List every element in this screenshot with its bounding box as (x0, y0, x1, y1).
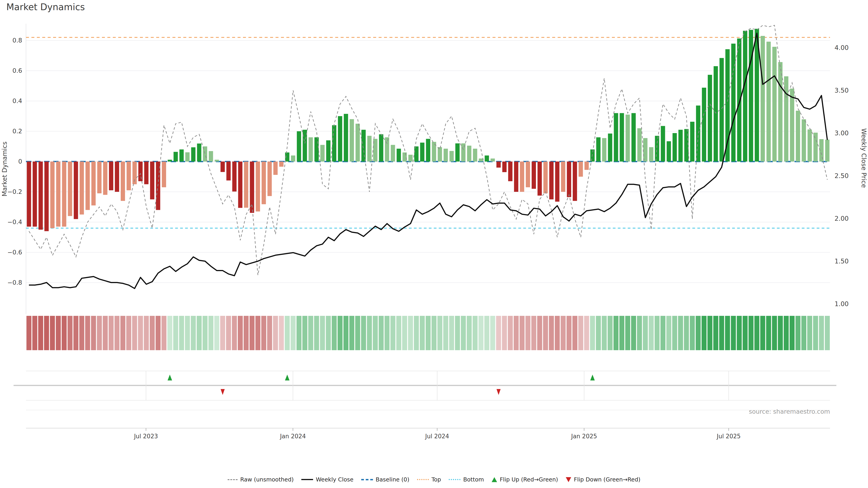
dynamics-bar (479, 159, 483, 162)
heatmap-cell (361, 316, 366, 350)
dynamics-bar (180, 149, 184, 162)
dynamics-bar (614, 113, 618, 162)
dynamics-bar (309, 137, 313, 162)
dynamics-bar (508, 162, 513, 181)
heatmap-cell (461, 316, 466, 350)
heatmap-cell (766, 316, 771, 350)
right-axis-tick-label: 2.00 (835, 215, 848, 222)
dynamics-bar (608, 133, 612, 162)
heatmap-cell (338, 316, 342, 350)
dynamics-bar (655, 136, 659, 162)
dynamics-bar (643, 138, 647, 162)
dynamics-bar (291, 156, 295, 162)
x-axis-tick-label: Jul 2023 (133, 433, 158, 440)
dynamics-bar (68, 162, 72, 216)
dynamics-bar (520, 162, 524, 192)
flip-up-marker (285, 375, 289, 381)
heatmap-cell (244, 316, 249, 350)
heatmap-cell (396, 316, 401, 350)
heatmap-cell (126, 316, 131, 350)
left-axis-tick-label: −0.6 (7, 249, 22, 256)
legend-swatch-bottom-icon (449, 479, 460, 480)
dynamics-bar (279, 162, 283, 167)
heatmap-cell (420, 316, 425, 350)
heatmap-cell (789, 316, 795, 350)
dynamics-bar (191, 147, 195, 162)
dynamics-bar (719, 58, 724, 162)
heatmap-cell (320, 316, 325, 350)
heatmap-cell (825, 316, 830, 350)
dynamics-bar (338, 116, 342, 162)
dynamics-bar (461, 143, 465, 162)
heatmap-cell (138, 316, 143, 350)
dynamics-bar (532, 162, 536, 189)
heatmap-cell (561, 316, 565, 350)
heatmap-cell (314, 316, 319, 350)
heatmap-cell (754, 316, 759, 350)
heatmap-cell (173, 316, 178, 350)
heatmap-cell (813, 316, 818, 350)
heatmap-cell (690, 316, 695, 350)
heatmap-cell (150, 316, 155, 350)
legend-label: Top (432, 476, 441, 483)
dynamics-bar (796, 111, 800, 162)
heatmap-cell (590, 316, 595, 350)
dynamics-bar (708, 75, 712, 162)
heatmap-cell (408, 316, 413, 350)
heatmap-cell (508, 316, 513, 350)
dynamics-bar (391, 145, 395, 162)
heatmap-cell (73, 316, 79, 350)
legend-label: Raw (unsmoothed) (240, 476, 294, 483)
heatmap-cell (549, 316, 554, 350)
dynamics-bar (485, 156, 489, 162)
dynamics-bar (772, 47, 777, 162)
left-axis-tick-label: 0.8 (12, 37, 22, 44)
heatmap-cell (443, 316, 448, 350)
dynamics-bar (573, 162, 577, 201)
dynamics-bar (767, 41, 771, 162)
heatmap-cell (32, 316, 37, 350)
dynamics-bar (397, 149, 401, 162)
dynamics-bar (743, 31, 747, 162)
dynamics-bar (555, 162, 559, 202)
dynamics-bar (585, 162, 589, 170)
heatmap-cell (578, 316, 583, 350)
heatmap-cell (291, 316, 296, 350)
legend-label: Bottom (463, 476, 484, 483)
dynamics-bar (561, 162, 565, 192)
heatmap-cell (719, 316, 724, 350)
heatmap-cell (784, 316, 789, 350)
dynamics-bar (232, 162, 237, 192)
heatmap-cell (473, 316, 477, 350)
heatmap-cell (232, 316, 237, 350)
heatmap-cell (801, 316, 806, 350)
heatmap-cell (449, 316, 454, 350)
dynamics-bar (103, 162, 107, 195)
dynamics-bar (314, 137, 319, 162)
heatmap-cell (748, 316, 753, 350)
dynamics-bar (138, 162, 143, 181)
dynamics-bar (808, 129, 812, 162)
right-axis-tick-label: 4.00 (835, 44, 848, 52)
heatmap-cell (197, 316, 202, 350)
dynamics-bar (473, 149, 477, 162)
dynamics-bar (602, 138, 607, 162)
heatmap-cell (437, 316, 442, 350)
dynamics-bar (162, 162, 166, 187)
dynamics-bar (544, 162, 548, 193)
heatmap-cell (684, 316, 689, 350)
legend-item: Flip Up (Red→Green) (492, 476, 558, 483)
dynamics-bar (626, 115, 630, 162)
dynamics-bar (649, 147, 653, 162)
dynamics-bar (696, 105, 700, 162)
heatmap-cell (379, 316, 383, 350)
dynamics-bar (637, 128, 642, 162)
heatmap-cell (566, 316, 571, 350)
legend-label: Flip Down (Green→Red) (574, 476, 641, 483)
dynamics-bar (537, 162, 542, 196)
dynamics-bar (150, 162, 154, 199)
heatmap-cell (391, 316, 395, 350)
x-axis-tick-label: Jan 2025 (571, 433, 597, 440)
dynamics-bar (215, 160, 219, 162)
dynamics-bars (27, 29, 830, 231)
